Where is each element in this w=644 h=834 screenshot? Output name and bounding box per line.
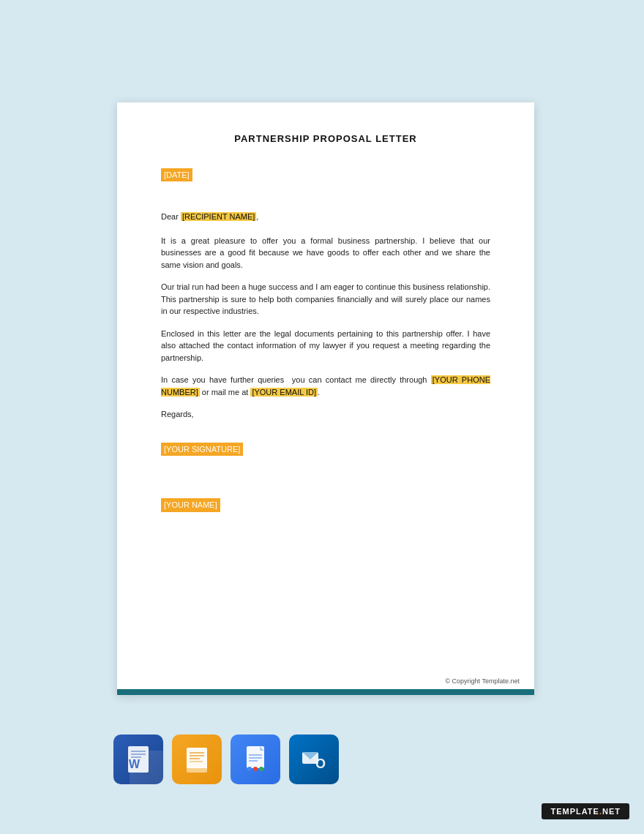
name-field: [YOUR NAME] xyxy=(161,498,220,512)
svg-rect-7 xyxy=(190,755,204,756)
page-footer: © Copyright Template.net xyxy=(117,677,534,695)
svg-text:O: O xyxy=(315,756,326,771)
badge-label: TEMPLATE.NET xyxy=(550,807,621,816)
salutation: Dear [RECIPIENT NAME], xyxy=(161,211,490,223)
salutation-prefix: Dear xyxy=(161,212,181,221)
svg-point-17 xyxy=(253,767,258,771)
bottom-toolbar: W xyxy=(113,735,339,784)
template-net-badge: TEMPLATE.NET xyxy=(542,803,629,819)
copyright-text: © Copyright Template.net xyxy=(117,677,534,689)
google-docs-icon[interactable] xyxy=(231,735,280,784)
regards: Regards, xyxy=(161,408,490,421)
svg-rect-6 xyxy=(190,752,204,754)
letter-document: PARTNERSHIP PROPOSAL LETTER [DATE] Dear … xyxy=(117,102,534,695)
paragraph-1: It is a great pleasure to offer you a fo… xyxy=(161,235,490,271)
signature-field: [YOUR SIGNATURE] xyxy=(161,443,243,457)
svg-rect-15 xyxy=(249,760,258,762)
phone-highlight: [YOUR PHONE NUMBER] xyxy=(161,375,490,397)
svg-rect-13 xyxy=(249,754,262,756)
pages-icon[interactable] xyxy=(172,735,222,784)
paragraph-4: In case you have further queries you can… xyxy=(161,374,490,398)
letter-title: PARTNERSHIP PROPOSAL LETTER xyxy=(161,132,490,146)
word-icon[interactable]: W xyxy=(113,735,163,784)
email-highlight: [YOUR EMAIL ID] xyxy=(250,388,318,397)
outlook-icon[interactable]: O xyxy=(289,735,339,784)
svg-rect-9 xyxy=(190,761,203,762)
svg-rect-14 xyxy=(249,757,262,759)
salutation-suffix: , xyxy=(256,212,258,221)
svg-point-16 xyxy=(247,767,252,771)
footer-bar xyxy=(117,689,534,695)
letter-body: PARTNERSHIP PROPOSAL LETTER [DATE] Dear … xyxy=(117,102,534,534)
date-field: [DATE] xyxy=(161,168,192,182)
svg-rect-8 xyxy=(190,758,200,759)
svg-point-18 xyxy=(259,767,263,771)
paragraph-3: Enclosed in this letter are the legal do… xyxy=(161,328,490,364)
recipient-field: [RECIPIENT NAME] xyxy=(181,212,256,221)
svg-rect-10 xyxy=(187,768,207,773)
paragraph-2: Our trial run had been a huge success an… xyxy=(161,281,490,318)
